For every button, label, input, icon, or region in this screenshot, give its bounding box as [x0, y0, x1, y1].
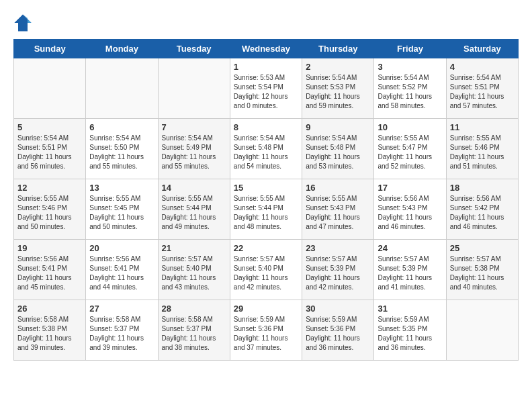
day-info: Sunrise: 5:57 AM Sunset: 5:39 PM Dayligh…: [306, 255, 370, 292]
day-info: Sunrise: 5:58 AM Sunset: 5:37 PM Dayligh…: [89, 315, 154, 353]
day-number: 7: [162, 122, 226, 132]
day-info: Sunrise: 5:58 AM Sunset: 5:37 PM Dayligh…: [162, 315, 226, 353]
day-info: Sunrise: 5:57 AM Sunset: 5:40 PM Dayligh…: [234, 255, 298, 292]
weekday-header: Thursday: [302, 40, 374, 58]
calendar-cell: [86, 58, 158, 119]
calendar-cell: [14, 58, 86, 119]
logo: [13, 13, 34, 32]
calendar-week-row: 19Sunrise: 5:56 AM Sunset: 5:41 PM Dayli…: [14, 240, 519, 300]
calendar-cell: 14Sunrise: 5:55 AM Sunset: 5:44 PM Dayli…: [158, 179, 230, 240]
weekday-header: Sunday: [14, 40, 86, 58]
day-number: 10: [378, 122, 442, 132]
calendar-cell: 6Sunrise: 5:54 AM Sunset: 5:50 PM Daylig…: [86, 119, 158, 179]
calendar-cell: 12Sunrise: 5:55 AM Sunset: 5:46 PM Dayli…: [14, 179, 86, 240]
day-number: 3: [378, 62, 442, 72]
calendar-cell: 19Sunrise: 5:56 AM Sunset: 5:41 PM Dayli…: [14, 240, 86, 300]
day-info: Sunrise: 5:56 AM Sunset: 5:42 PM Dayligh…: [450, 194, 515, 232]
calendar-cell: 17Sunrise: 5:56 AM Sunset: 5:43 PM Dayli…: [374, 179, 446, 240]
day-info: Sunrise: 5:57 AM Sunset: 5:40 PM Dayligh…: [162, 255, 226, 292]
logo-icon: [13, 13, 32, 32]
day-info: Sunrise: 5:54 AM Sunset: 5:48 PM Dayligh…: [234, 134, 298, 171]
day-number: 18: [450, 183, 515, 193]
calendar-week-row: 12Sunrise: 5:55 AM Sunset: 5:46 PM Dayli…: [14, 179, 519, 240]
day-number: 31: [378, 304, 442, 314]
day-info: Sunrise: 5:54 AM Sunset: 5:53 PM Dayligh…: [306, 73, 370, 111]
day-info: Sunrise: 5:55 AM Sunset: 5:44 PM Dayligh…: [234, 194, 298, 232]
day-number: 25: [450, 243, 515, 253]
day-number: 4: [450, 62, 515, 72]
weekday-header-row: SundayMondayTuesdayWednesdayThursdayFrid…: [14, 40, 519, 58]
day-info: Sunrise: 5:54 AM Sunset: 5:52 PM Dayligh…: [378, 73, 442, 111]
calendar-week-row: 26Sunrise: 5:58 AM Sunset: 5:38 PM Dayli…: [14, 300, 519, 361]
calendar-cell: 31Sunrise: 5:59 AM Sunset: 5:35 PM Dayli…: [374, 300, 446, 361]
calendar-cell: 3Sunrise: 5:54 AM Sunset: 5:52 PM Daylig…: [374, 58, 446, 119]
calendar-cell: 20Sunrise: 5:56 AM Sunset: 5:41 PM Dayli…: [86, 240, 158, 300]
day-info: Sunrise: 5:55 AM Sunset: 5:43 PM Dayligh…: [306, 194, 370, 232]
page-header: [13, 13, 519, 32]
weekday-header: Wednesday: [230, 40, 302, 58]
calendar-cell: 7Sunrise: 5:54 AM Sunset: 5:49 PM Daylig…: [158, 119, 230, 179]
day-info: Sunrise: 5:55 AM Sunset: 5:44 PM Dayligh…: [162, 194, 226, 232]
weekday-header: Monday: [86, 40, 158, 58]
day-info: Sunrise: 5:59 AM Sunset: 5:36 PM Dayligh…: [234, 315, 298, 353]
day-info: Sunrise: 5:56 AM Sunset: 5:41 PM Dayligh…: [89, 255, 154, 292]
weekday-header: Tuesday: [158, 40, 230, 58]
day-number: 5: [17, 122, 82, 132]
calendar-cell: 13Sunrise: 5:55 AM Sunset: 5:45 PM Dayli…: [86, 179, 158, 240]
day-info: Sunrise: 5:57 AM Sunset: 5:39 PM Dayligh…: [378, 255, 442, 292]
day-number: 8: [234, 122, 298, 132]
day-number: 2: [306, 62, 370, 72]
day-number: 12: [17, 183, 82, 193]
calendar-cell: 1Sunrise: 5:53 AM Sunset: 5:54 PM Daylig…: [230, 58, 302, 119]
day-number: 17: [378, 183, 442, 193]
day-info: Sunrise: 5:54 AM Sunset: 5:51 PM Dayligh…: [17, 134, 82, 171]
day-info: Sunrise: 5:54 AM Sunset: 5:48 PM Dayligh…: [306, 134, 370, 171]
calendar-week-row: 5Sunrise: 5:54 AM Sunset: 5:51 PM Daylig…: [14, 119, 519, 179]
day-number: 9: [306, 122, 370, 132]
day-info: Sunrise: 5:53 AM Sunset: 5:54 PM Dayligh…: [234, 73, 298, 111]
weekday-header: Friday: [374, 40, 446, 58]
calendar-cell: 21Sunrise: 5:57 AM Sunset: 5:40 PM Dayli…: [158, 240, 230, 300]
day-info: Sunrise: 5:54 AM Sunset: 5:49 PM Dayligh…: [162, 134, 226, 171]
calendar-cell: 9Sunrise: 5:54 AM Sunset: 5:48 PM Daylig…: [302, 119, 374, 179]
day-number: 20: [89, 243, 154, 253]
calendar-cell: 29Sunrise: 5:59 AM Sunset: 5:36 PM Dayli…: [230, 300, 302, 361]
calendar-cell: [446, 300, 518, 361]
calendar-cell: 8Sunrise: 5:54 AM Sunset: 5:48 PM Daylig…: [230, 119, 302, 179]
day-info: Sunrise: 5:57 AM Sunset: 5:38 PM Dayligh…: [450, 255, 515, 292]
day-number: 23: [306, 243, 370, 253]
day-number: 22: [234, 243, 298, 253]
calendar-cell: 28Sunrise: 5:58 AM Sunset: 5:37 PM Dayli…: [158, 300, 230, 361]
day-number: 6: [89, 122, 154, 132]
day-number: 14: [162, 183, 226, 193]
calendar-cell: 30Sunrise: 5:59 AM Sunset: 5:36 PM Dayli…: [302, 300, 374, 361]
day-number: 21: [162, 243, 226, 253]
calendar-cell: 2Sunrise: 5:54 AM Sunset: 5:53 PM Daylig…: [302, 58, 374, 119]
calendar-cell: 25Sunrise: 5:57 AM Sunset: 5:38 PM Dayli…: [446, 240, 518, 300]
day-number: 13: [89, 183, 154, 193]
day-number: 29: [234, 304, 298, 314]
calendar-cell: 15Sunrise: 5:55 AM Sunset: 5:44 PM Dayli…: [230, 179, 302, 240]
calendar-cell: 26Sunrise: 5:58 AM Sunset: 5:38 PM Dayli…: [14, 300, 86, 361]
day-info: Sunrise: 5:54 AM Sunset: 5:50 PM Dayligh…: [89, 134, 154, 171]
calendar-cell: [158, 58, 230, 119]
day-number: 24: [378, 243, 442, 253]
day-info: Sunrise: 5:59 AM Sunset: 5:35 PM Dayligh…: [378, 315, 442, 353]
day-number: 27: [89, 304, 154, 314]
calendar-table: SundayMondayTuesdayWednesdayThursdayFrid…: [13, 39, 519, 361]
day-number: 26: [17, 304, 82, 314]
day-info: Sunrise: 5:56 AM Sunset: 5:43 PM Dayligh…: [378, 194, 442, 232]
day-info: Sunrise: 5:54 AM Sunset: 5:51 PM Dayligh…: [450, 73, 515, 111]
day-number: 19: [17, 243, 82, 253]
calendar-cell: 27Sunrise: 5:58 AM Sunset: 5:37 PM Dayli…: [86, 300, 158, 361]
day-number: 28: [162, 304, 226, 314]
calendar-cell: 5Sunrise: 5:54 AM Sunset: 5:51 PM Daylig…: [14, 119, 86, 179]
calendar-cell: 22Sunrise: 5:57 AM Sunset: 5:40 PM Dayli…: [230, 240, 302, 300]
day-number: 15: [234, 183, 298, 193]
day-info: Sunrise: 5:55 AM Sunset: 5:47 PM Dayligh…: [378, 134, 442, 171]
calendar-cell: 10Sunrise: 5:55 AM Sunset: 5:47 PM Dayli…: [374, 119, 446, 179]
day-number: 1: [234, 62, 298, 72]
calendar-cell: 4Sunrise: 5:54 AM Sunset: 5:51 PM Daylig…: [446, 58, 518, 119]
calendar-cell: 16Sunrise: 5:55 AM Sunset: 5:43 PM Dayli…: [302, 179, 374, 240]
day-info: Sunrise: 5:56 AM Sunset: 5:41 PM Dayligh…: [17, 255, 82, 292]
